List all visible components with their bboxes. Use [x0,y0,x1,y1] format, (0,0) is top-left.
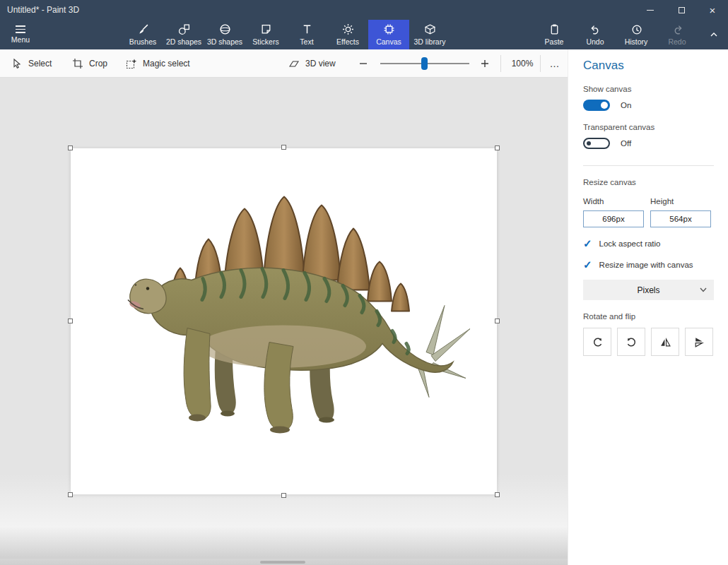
effects-icon [342,23,354,35]
lock-aspect-checkbox[interactable]: ✓ Lock aspect ratio [583,238,714,249]
window-controls: × [635,0,728,20]
ribbon-actions: Paste Undo History Redo [534,20,698,49]
resize-handle-top-right[interactable] [495,145,500,150]
menu-button[interactable]: Menu [0,20,41,49]
resize-canvas-heading: Resize canvas [583,178,714,186]
resize-handle-bottom-middle[interactable] [281,493,286,498]
crop-tool-label: Crop [89,59,107,69]
undo-button[interactable]: Undo [575,20,616,49]
cursor-icon [11,58,23,69]
sticker-icon [260,23,272,35]
transparent-canvas-toggle[interactable] [583,138,610,149]
panel-title: Canvas [583,59,714,73]
paste-button[interactable]: Paste [534,20,575,49]
show-canvas-toggle[interactable] [583,100,610,111]
flip-horizontal-button[interactable] [651,328,679,356]
tab-label: Stickers [252,37,278,46]
resize-handle-bottom-left[interactable] [68,492,73,497]
close-icon: × [710,4,716,16]
crop-icon [72,58,83,69]
crop-tool-button[interactable]: Crop [72,49,107,77]
chevron-up-icon [708,29,720,40]
close-button[interactable]: × [697,0,728,20]
minus-icon [358,58,369,69]
maximize-icon [679,7,685,13]
zoom-out-button[interactable] [358,49,369,77]
rotate-right-button[interactable] [617,328,645,356]
paste-icon [548,23,560,35]
checkmark-icon: ✓ [583,259,592,270]
history-icon [630,23,642,35]
resize-image-checkbox[interactable]: ✓ Resize image with canvas [583,259,714,270]
zoom-percentage[interactable]: 100% [506,49,539,77]
tab-label: 3D shapes [207,37,242,46]
menu-label: Menu [11,35,30,44]
2d-shapes-icon [178,23,190,35]
tab-text[interactable]: Text [286,20,327,49]
resize-handle-top-left[interactable] [68,145,73,150]
magic-select-icon [126,58,137,69]
stegosaurus-image [110,191,477,441]
tab-3d-shapes[interactable]: 3D shapes [204,20,245,49]
collapse-ribbon-button[interactable] [704,20,724,49]
drawing-canvas[interactable] [71,148,497,494]
action-label: Undo [586,37,604,46]
zoom-slider-thumb[interactable] [421,57,428,70]
workspace[interactable] [0,78,568,565]
toolbar-separator [540,55,541,72]
plus-icon [479,58,491,69]
resize-handle-middle-left[interactable] [68,319,73,323]
tab-label: Text [300,37,313,46]
height-label: Height [650,197,711,206]
resize-handle-middle-right[interactable] [495,319,500,323]
hamburger-icon [16,25,25,33]
maximize-button[interactable] [666,0,697,20]
tool-options-bar: Select Crop Magic select 3D view 100% … [0,49,568,78]
units-dropdown[interactable]: Pixels [583,280,714,300]
select-tool-button[interactable]: Select [11,49,52,77]
more-options-button[interactable]: … [544,49,565,77]
horizontal-scrollbar[interactable] [0,559,568,565]
checkmark-icon: ✓ [583,238,592,249]
redo-icon [671,23,683,35]
history-button[interactable]: History [616,20,657,49]
zoom-slider[interactable] [380,49,469,77]
width-input[interactable] [583,210,644,227]
resize-handle-bottom-right[interactable] [495,492,500,497]
redo-button[interactable]: Redo [657,20,698,49]
tab-canvas[interactable]: Canvas [368,20,409,49]
select-tool-label: Select [28,59,52,69]
panel-divider [583,165,714,166]
window-title: Untitled* - Paint 3D [0,5,79,15]
3d-view-button[interactable]: 3D view [288,49,336,77]
show-canvas-label: Show canvas [583,85,714,93]
flip-horizontal-icon [659,336,671,348]
tab-label: Brushes [129,37,157,46]
tab-3d-library[interactable]: 3D library [409,20,450,49]
rotate-left-button[interactable] [583,328,611,356]
transparent-canvas-label: Transparent canvas [583,123,714,131]
flip-vertical-icon [693,336,705,348]
toolbar-separator [500,55,501,72]
horizontal-scrollbar-thumb[interactable] [260,561,305,564]
show-canvas-state: On [621,101,631,109]
magic-select-button[interactable]: Magic select [126,49,190,77]
height-input[interactable] [650,210,711,227]
tail-spikes [416,306,470,398]
tab-label: Effects [336,37,359,46]
flip-vertical-button[interactable] [685,328,713,356]
title-bar: Untitled* - Paint 3D × [0,0,728,20]
3d-library-icon [424,23,436,35]
rotate-right-icon [626,336,638,348]
resize-handle-top-middle[interactable] [281,145,286,150]
tab-brushes[interactable]: Brushes [122,20,163,49]
tab-2d-shapes[interactable]: 2D shapes [163,20,204,49]
3d-shapes-icon [219,23,231,35]
tab-effects[interactable]: Effects [327,20,368,49]
minimize-button[interactable] [635,0,666,20]
action-label: History [625,37,648,46]
dino-head [128,279,166,314]
lock-aspect-label: Lock aspect ratio [599,239,661,248]
zoom-in-button[interactable] [479,49,491,77]
tab-stickers[interactable]: Stickers [245,20,286,49]
